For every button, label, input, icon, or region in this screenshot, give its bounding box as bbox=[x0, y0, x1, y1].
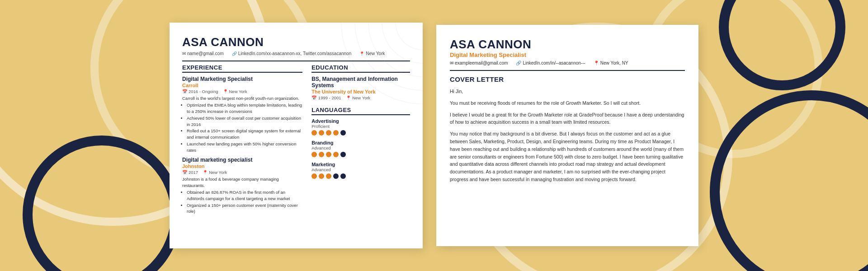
dot-5 bbox=[340, 130, 346, 136]
job-location-2: 📍 New York bbox=[203, 170, 227, 175]
cover-location-icon: 📍 bbox=[594, 61, 599, 65]
resume-divider bbox=[182, 61, 410, 61]
education-title: EDUCATION bbox=[311, 64, 410, 73]
bullet-2-2: Organized a 150+ person customer event (… bbox=[187, 202, 302, 215]
job-item-2: Digital marketing specialist Johnston 📅 … bbox=[182, 157, 302, 215]
bullet-2-1: Obtained an 826.87% ROAS in the first mo… bbox=[187, 189, 302, 202]
bullet-1-3: Rolled out a 150+ screen digital signage… bbox=[187, 128, 302, 140]
skill-dots-marketing bbox=[311, 173, 410, 179]
calendar-icon-edu: 📅 bbox=[311, 95, 317, 100]
resume-left-column: EXPERIENCE Digital Marketing Specialist … bbox=[182, 64, 302, 215]
dot-m4 bbox=[333, 173, 339, 179]
email-icon bbox=[182, 51, 186, 56]
skill-advertising: Advertising Proficient bbox=[311, 118, 410, 136]
dot-m1 bbox=[311, 173, 317, 179]
edu-date-1: 📅 1999 - 2001 bbox=[311, 95, 341, 100]
location-icon-edu: 📍 bbox=[346, 95, 351, 100]
link-icon bbox=[232, 51, 237, 56]
skill-marketing: Marketing Advanced bbox=[311, 162, 410, 179]
dot-m2 bbox=[319, 173, 324, 179]
job-company-2: Johnston bbox=[182, 164, 302, 169]
location-icon-1: 📍 bbox=[223, 89, 228, 94]
content-wrapper: ASA CANNON name@gmail.com LinkedIn.com/x… bbox=[0, 0, 868, 271]
cover-name: ASA CANNON bbox=[450, 37, 685, 51]
job-item-1: Digital Marketing Specialist Carroll 📅 2… bbox=[182, 76, 302, 153]
experience-title: EXPERIENCE bbox=[182, 64, 302, 73]
cover-email: ✉ exampleemail@gmail.com bbox=[450, 61, 508, 65]
cover-title: Digital Marketing Specialist bbox=[450, 51, 685, 58]
job-meta-1: 📅 2016 - Ongoing 📍 New York bbox=[182, 89, 302, 94]
skill-name-advertising: Advertising bbox=[311, 118, 410, 124]
dot-m3 bbox=[326, 173, 331, 179]
cover-letter-card: ASA CANNON Digital Marketing Specialist … bbox=[436, 25, 698, 246]
skill-dots-branding bbox=[311, 152, 410, 157]
location-icon bbox=[359, 51, 364, 56]
bullet-1-2: Achieved 50% lower of overall cost per c… bbox=[187, 115, 302, 128]
dot-2 bbox=[319, 130, 324, 136]
contact-email: name@gmail.com bbox=[182, 51, 224, 56]
edu-degree-1: BS, Management and Information Systems bbox=[311, 76, 410, 89]
cover-link-icon: 🔗 bbox=[516, 61, 521, 65]
job-bullets-1: Optimized the EMEA blog within template … bbox=[182, 102, 302, 153]
cover-location: 📍 New York, NY bbox=[594, 61, 628, 65]
resume-body: EXPERIENCE Digital Marketing Specialist … bbox=[182, 64, 410, 215]
dot-b2 bbox=[319, 152, 324, 157]
cover-email-icon: ✉ bbox=[450, 61, 453, 65]
resume-name: ASA CANNON bbox=[182, 35, 410, 49]
skill-level-advertising: Proficient bbox=[311, 124, 410, 129]
cover-para-2: I believe I would be a great fit for the… bbox=[450, 111, 685, 126]
cover-greeting: Hi Jin, bbox=[450, 88, 685, 95]
job-title-1: Digital Marketing Specialist bbox=[182, 76, 302, 82]
cover-contact: ✉ exampleemail@gmail.com 🔗 LinkedIn.com/… bbox=[450, 61, 685, 65]
edu-school-1: The University of New York bbox=[311, 89, 410, 94]
skill-level-branding: Advanced bbox=[311, 145, 410, 150]
cover-linkedin: 🔗 LinkedIn.com/in/--asacannon--- bbox=[516, 61, 585, 65]
job-meta-2: 📅 2017 📍 New York bbox=[182, 170, 302, 175]
cover-body: Hi Jin, You must be receiving floods of … bbox=[450, 88, 685, 183]
location-icon-2: 📍 bbox=[203, 170, 208, 175]
skill-level-marketing: Advanced bbox=[311, 167, 410, 172]
calendar-icon-1: 📅 bbox=[182, 89, 188, 94]
job-bullets-2: Obtained an 826.87% ROAS in the first mo… bbox=[182, 189, 302, 215]
cover-divider bbox=[450, 70, 685, 71]
dot-3 bbox=[326, 130, 331, 136]
job-title-2: Digital marketing specialist bbox=[182, 157, 302, 163]
dot-m5 bbox=[340, 173, 346, 179]
dot-b5 bbox=[340, 152, 346, 157]
skill-dots-advertising bbox=[311, 130, 410, 136]
job-company-1: Carroll bbox=[182, 83, 302, 88]
skill-name-branding: Branding bbox=[311, 140, 410, 145]
dot-b3 bbox=[326, 152, 331, 157]
resume-contact: name@gmail.com LinkedIn.com/xx-asacannon… bbox=[182, 51, 410, 56]
dot-4 bbox=[333, 130, 339, 136]
dot-b4 bbox=[333, 152, 339, 157]
dot-1 bbox=[311, 130, 317, 136]
dot-b1 bbox=[311, 152, 317, 157]
job-date-1: 📅 2016 - Ongoing bbox=[182, 89, 218, 94]
bullet-1-1: Optimized the EMEA blog within template … bbox=[187, 102, 302, 115]
skill-name-marketing: Marketing bbox=[311, 162, 410, 167]
resume-card: ASA CANNON name@gmail.com LinkedIn.com/x… bbox=[170, 23, 423, 248]
cover-para-3: You may notice that my background is a b… bbox=[450, 130, 685, 183]
cover-section-title: COVER LETTER bbox=[450, 75, 685, 83]
edu-item-1: BS, Management and Information Systems T… bbox=[311, 76, 410, 100]
resume-right-column: EDUCATION BS, Management and Information… bbox=[311, 64, 410, 215]
job-date-2: 📅 2017 bbox=[182, 170, 198, 175]
job-desc-2: Johnston is a food & beverage company ma… bbox=[182, 176, 302, 188]
contact-linkedin: LinkedIn.com/xx-asacannon-xx, Twitter.co… bbox=[232, 51, 352, 56]
skill-branding: Branding Advanced bbox=[311, 140, 410, 157]
cover-para-1: You must be receiving floods of resumes … bbox=[450, 99, 685, 107]
languages-title: LANGUAGES bbox=[311, 107, 410, 115]
edu-location-1: 📍 New York bbox=[346, 95, 371, 100]
bullet-1-4: Launched new landing pages with 50% high… bbox=[187, 141, 302, 154]
calendar-icon-2: 📅 bbox=[182, 170, 188, 175]
job-location-1: 📍 New York bbox=[223, 89, 247, 94]
contact-location: New York bbox=[359, 51, 385, 56]
edu-meta-1: 📅 1999 - 2001 📍 New York bbox=[311, 95, 410, 100]
job-desc-1: Carroll is the world's largest non-profi… bbox=[182, 95, 302, 101]
